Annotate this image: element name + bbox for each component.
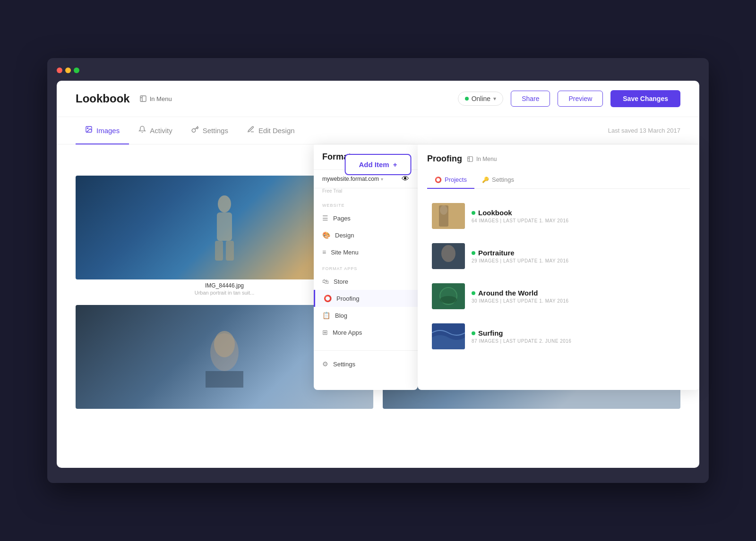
- sidebar-bottom: ⚙ Settings: [314, 350, 418, 372]
- project-info-surfing: Surfing 87 IMAGES | LAST UPDATE 2. JUNE …: [472, 329, 685, 344]
- proofing-tab-projects[interactable]: ⭕ Projects: [427, 171, 474, 189]
- sidebar-item-settings[interactable]: ⚙ Settings: [314, 355, 418, 372]
- project-item-portraiture[interactable]: Portraiture 29 IMAGES | LAST UPDATE 1. M…: [427, 238, 690, 274]
- project-dot-lookbook: [472, 211, 475, 215]
- online-indicator[interactable]: Online ▾: [458, 92, 503, 106]
- sidebar-url-text: mywebsite.format.com: [322, 176, 379, 182]
- project-thumb-lookbook: [432, 203, 465, 229]
- figure-1: [210, 194, 239, 261]
- sidebar-item-sitemenu[interactable]: ≡ Site Menu: [314, 244, 418, 261]
- sitemenu-icon: ≡: [322, 248, 326, 256]
- share-button[interactable]: Share: [511, 91, 550, 107]
- proofing-tabs: ⭕ Projects 🔑 Settings: [427, 171, 690, 189]
- project-item-lookbook[interactable]: Lookbook 64 IMAGES | LAST UPDATE 1. MAY …: [427, 198, 690, 234]
- lookbook-thumb-img: [432, 203, 465, 229]
- svg-point-12: [214, 331, 235, 357]
- tab-settings[interactable]: Settings: [182, 117, 238, 144]
- sidebar-item-pages[interactable]: ☰ Pages: [314, 210, 418, 227]
- project-item-surfing[interactable]: Surfing 87 IMAGES | LAST UPDATE 2. JUNE …: [427, 319, 690, 354]
- main-content: Order by Upload (Oldest-Newest) ▾: [57, 144, 699, 423]
- sidebar-store-label: Store: [334, 278, 348, 285]
- sidebar-moreapps-label: More Apps: [333, 329, 362, 336]
- figure-3: [206, 326, 243, 388]
- surfing-thumb-img: [432, 323, 465, 349]
- preview-button[interactable]: Preview: [558, 91, 603, 107]
- traffic-light-red[interactable]: [57, 68, 62, 73]
- add-item-icon: +: [393, 161, 397, 169]
- save-changes-button[interactable]: Save Changes: [610, 90, 680, 107]
- svg-rect-18: [468, 156, 473, 161]
- project-info-lookbook: Lookbook 64 IMAGES | LAST UPDATE 1. MAY …: [472, 209, 685, 223]
- add-item-label: Add Item: [359, 161, 389, 169]
- svg-rect-5: [215, 241, 223, 261]
- sidebar-pages-label: Pages: [333, 215, 351, 222]
- url-chevron-icon: ▾: [381, 177, 383, 182]
- proofing-panel: Proofing In Menu ⭕ Projects: [418, 144, 699, 390]
- project-meta-portraiture: 29 IMAGES | LAST UPDATE 1. MAY 2016: [472, 258, 685, 263]
- nav-tabs: Images Activity Settings Edit Design: [57, 117, 699, 144]
- proofing-header: Proofing In Menu: [427, 154, 690, 164]
- traffic-light-yellow[interactable]: [65, 68, 71, 73]
- proofing-inmenu-icon: [467, 156, 473, 162]
- project-meta-lookbook: 64 IMAGES | LAST UPDATE 1. MAY 2016: [472, 218, 685, 223]
- project-name-lookbook: Lookbook: [472, 209, 685, 217]
- project-name-world: Around the World: [472, 289, 685, 297]
- project-name-portraiture: Portraiture: [472, 249, 685, 257]
- eye-icon[interactable]: 👁: [402, 175, 409, 183]
- tab-edit-design-label: Edit Design: [258, 127, 295, 135]
- browser-window: Lookbook In Menu Online ▾ Share Preview …: [57, 81, 699, 468]
- sidebar-proofing-label: Proofing: [336, 295, 359, 302]
- traffic-light-green[interactable]: [74, 68, 79, 73]
- settings-bottom-icon: ⚙: [322, 360, 328, 368]
- sidebar-item-store[interactable]: 🛍 Store: [314, 273, 418, 290]
- project-dot-portraiture: [472, 251, 475, 255]
- sidebar-design-label: Design: [335, 232, 354, 239]
- in-menu-label: In Menu: [150, 95, 172, 102]
- proofing-icon: ⭕: [324, 295, 332, 302]
- sidebar-item-proofing[interactable]: ⭕ Proofing: [314, 290, 418, 307]
- in-menu-badge[interactable]: In Menu: [139, 95, 172, 102]
- project-info-world: Around the World 30 IMAGES | LAST UPDATE…: [472, 289, 685, 304]
- sidebar-overlay: Format ≡ mywebsite.format.com ▾ 👁 Free T…: [314, 144, 418, 390]
- add-item-button[interactable]: Add Item +: [345, 154, 412, 175]
- proofing-tab-settings[interactable]: 🔑 Settings: [474, 171, 522, 189]
- proofing-inmenu-label: In Menu: [476, 156, 497, 162]
- image-area: Order by Upload (Oldest-Newest) ▾: [57, 144, 699, 423]
- projects-tab-label: Projects: [445, 176, 467, 183]
- online-chevron: ▾: [493, 95, 496, 102]
- sidebar-section-formatapps: FORMAT APPS: [314, 261, 418, 273]
- sidebar-item-blog[interactable]: 📋 Blog: [314, 307, 418, 324]
- project-item-world[interactable]: Around the World 30 IMAGES | LAST UPDATE…: [427, 279, 690, 314]
- svg-point-21: [440, 205, 447, 215]
- project-dot-world: [472, 291, 475, 295]
- sidebar-section-website: WEBSITE: [314, 197, 418, 210]
- project-thumb-portraiture: [432, 243, 465, 269]
- last-saved: Last saved 13 March 2017: [608, 127, 680, 134]
- screen-wrapper: Lookbook In Menu Online ▾ Share Preview …: [47, 58, 709, 483]
- tab-images[interactable]: Images: [76, 117, 129, 144]
- settings-tab-label: Settings: [492, 176, 514, 183]
- svg-rect-0: [140, 96, 146, 101]
- sidebar-item-moreapps[interactable]: ⊞ More Apps: [314, 324, 418, 341]
- project-name-text-portraiture: Portraiture: [478, 249, 515, 257]
- header: Lookbook In Menu Online ▾ Share Preview …: [57, 81, 699, 117]
- sidebar-settings-label: Settings: [333, 361, 355, 368]
- online-dot: [465, 97, 469, 101]
- svg-point-23: [441, 245, 455, 262]
- svg-rect-6: [226, 241, 234, 261]
- sidebar-item-design[interactable]: 🎨 Design: [314, 227, 418, 244]
- svg-point-26: [440, 296, 457, 304]
- tab-activity-label: Activity: [150, 127, 172, 135]
- project-info-portraiture: Portraiture 29 IMAGES | LAST UPDATE 1. M…: [472, 249, 685, 263]
- activity-icon: [138, 126, 146, 135]
- sidebar-url[interactable]: mywebsite.format.com ▾: [322, 176, 383, 182]
- traffic-lights: [57, 68, 699, 73]
- sidebar-blog-label: Blog: [335, 312, 347, 319]
- online-label: Online: [472, 95, 490, 102]
- proofing-badge: In Menu: [467, 156, 497, 162]
- tab-edit-design[interactable]: Edit Design: [238, 117, 304, 144]
- proofing-title: Proofing: [427, 154, 462, 164]
- settings-tab-icon: 🔑: [482, 177, 489, 183]
- tab-activity[interactable]: Activity: [129, 117, 182, 144]
- store-icon: 🛍: [322, 278, 329, 285]
